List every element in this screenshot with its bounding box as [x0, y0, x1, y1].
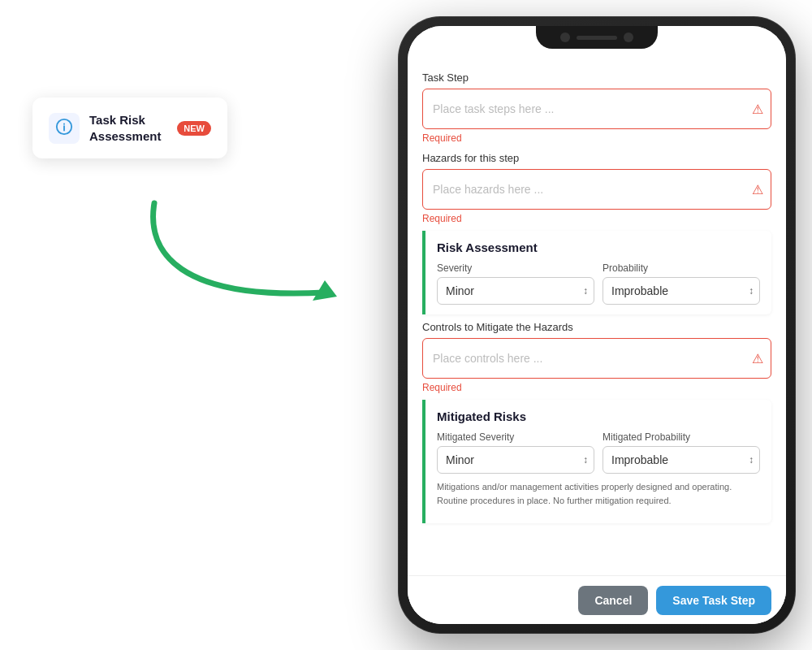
probability-select[interactable]: Improbable Remote Occasional Probable Fr…	[603, 277, 760, 305]
mitigated-probability-select-wrapper[interactable]: Improbable Remote Occasional Probable Fr…	[603, 446, 760, 474]
task-step-input-wrapper[interactable]: Place task steps here ... ⚠	[422, 89, 771, 129]
controls-input-wrapper[interactable]: Place controls here ... ⚠	[422, 338, 771, 379]
cancel-button[interactable]: Cancel	[578, 586, 648, 615]
task-step-input[interactable]: Place task steps here ...	[422, 89, 771, 129]
mitigated-probability-label: Mitigated Probability	[603, 431, 760, 443]
controls-alert-icon: ⚠	[752, 351, 763, 366]
screen-content: Task Step Place task steps here ... ⚠ Re…	[408, 26, 786, 624]
save-task-step-button[interactable]: Save Task Step	[656, 586, 771, 615]
severity-field-group: Severity Negligible Minor Moderate Major…	[437, 262, 594, 305]
task-step-alert-icon: ⚠	[752, 102, 763, 117]
task-risk-card[interactable]: Task Risk Assessment NEW	[32, 98, 227, 158]
risk-assessment-section: Risk Assessment Severity Negligible Mino…	[422, 231, 771, 314]
controls-placeholder: Place controls here ...	[433, 352, 542, 365]
mitigated-risks-title: Mitigated Risks	[437, 410, 760, 423]
new-badge: NEW	[177, 121, 211, 136]
form-area: Task Step Place task steps here ... ⚠ Re…	[408, 55, 786, 575]
mitigated-severity-label: Mitigated Severity	[437, 431, 594, 443]
hazards-input[interactable]: Place hazards here ...	[422, 169, 771, 210]
card-text-block: Task Risk Assessment	[89, 112, 167, 144]
bottom-bar: Cancel Save Task Step	[408, 575, 786, 624]
probability-field-group: Probability Improbable Remote Occasional…	[603, 262, 760, 305]
controls-label: Controls to Mitigate the Hazards	[422, 321, 771, 333]
card-title: Task Risk Assessment	[89, 112, 167, 144]
mitigated-probability-group: Mitigated Probability Improbable Remote …	[603, 431, 760, 474]
hazards-placeholder: Place hazards here ...	[433, 183, 543, 196]
phone-notch	[536, 26, 658, 49]
notch-camera	[560, 32, 570, 42]
hazards-required: Required	[422, 213, 771, 224]
task-step-placeholder: Place task steps here ...	[433, 102, 554, 115]
controls-required: Required	[422, 382, 771, 393]
mitigated-description: Mitigations and/or management activities…	[437, 480, 760, 514]
probability-select-wrapper[interactable]: Improbable Remote Occasional Probable Fr…	[603, 277, 760, 305]
notch-speaker	[577, 36, 617, 40]
severity-label: Severity	[437, 262, 594, 274]
risk-assessment-title: Risk Assessment	[437, 240, 760, 254]
task-step-label: Task Step	[422, 72, 771, 84]
hazards-input-wrapper[interactable]: Place hazards here ... ⚠	[422, 169, 771, 210]
notch-camera-2	[624, 32, 633, 42]
mitigated-fields-row: Mitigated Severity Negligible Minor Mode…	[437, 431, 760, 474]
info-icon	[55, 118, 73, 139]
card-icon-wrapper	[49, 113, 80, 144]
hazards-alert-icon: ⚠	[752, 182, 763, 197]
risk-fields-row: Severity Negligible Minor Moderate Major…	[437, 262, 760, 305]
arrow-container	[130, 187, 374, 333]
mitigated-risks-section: Mitigated Risks Mitigated Severity Negli…	[422, 400, 771, 523]
phone-wrapper: Task Step Place task steps here ... ⚠ Re…	[398, 16, 796, 634]
severity-select-wrapper[interactable]: Negligible Minor Moderate Major Catastro…	[437, 277, 594, 305]
phone-inner: Task Step Place task steps here ... ⚠ Re…	[408, 26, 786, 624]
task-step-required: Required	[422, 132, 771, 144]
severity-select[interactable]: Negligible Minor Moderate Major Catastro…	[437, 277, 594, 305]
phone-outer: Task Step Place task steps here ... ⚠ Re…	[398, 16, 796, 634]
arrow-icon	[130, 187, 374, 333]
task-card-container: Task Risk Assessment NEW	[32, 98, 244, 158]
hazards-label: Hazards for this step	[422, 152, 771, 164]
probability-label: Probability	[603, 262, 760, 274]
mitigated-severity-select-wrapper[interactable]: Negligible Minor Moderate Major Catastro…	[437, 446, 594, 474]
controls-input[interactable]: Place controls here ...	[422, 338, 771, 379]
mitigated-probability-select[interactable]: Improbable Remote Occasional Probable Fr…	[603, 446, 760, 474]
mitigated-severity-group: Mitigated Severity Negligible Minor Mode…	[437, 431, 594, 474]
mitigated-severity-select[interactable]: Negligible Minor Moderate Major Catastro…	[437, 446, 594, 474]
